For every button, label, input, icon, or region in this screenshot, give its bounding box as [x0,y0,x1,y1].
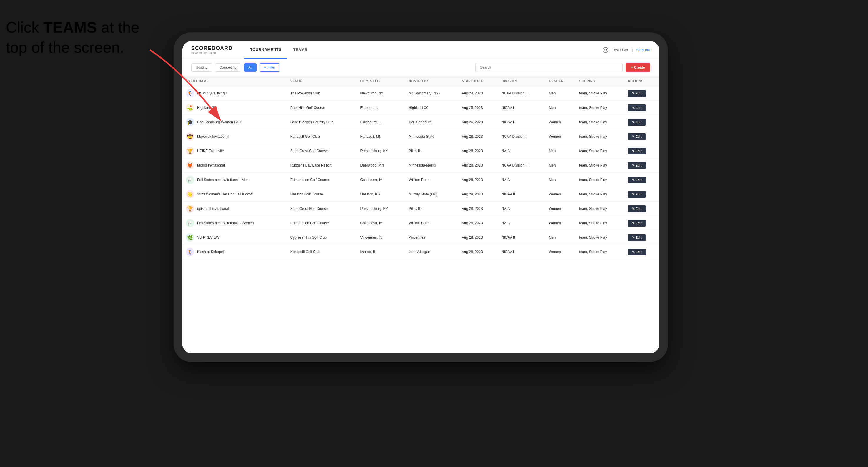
city-state-cell-7: Hesston, KS [357,187,405,201]
table-row: 🏳️ Fall Statesmen Invitational - Women E… [182,216,659,230]
event-name-cell-10: 🌿 VU PREVIEW [182,230,287,245]
table-row: 🏳️ Fall Statesmen Invitational - Men Edm… [182,173,659,187]
hosting-button[interactable]: Hosting [191,63,212,71]
team-icon-5: 🦊 [186,161,194,169]
col-actions: ACTIONS [624,76,659,86]
scoring-cell-6: team, Stroke Play [576,173,624,187]
start-date-cell-3: Aug 28, 2023 [458,129,498,144]
table-row: ⛳ Highland 36 Park Hills Golf Course Fre… [182,101,659,115]
city-state-cell-11: Marion, IL [357,245,405,259]
all-button[interactable]: All [244,63,256,71]
edit-button-9[interactable]: ✎ Edit [628,220,646,226]
hosted-by-cell-10: Vincennes [405,230,458,245]
hosted-by-cell-0: Mt. Saint Mary (NY) [405,86,458,101]
hosted-by-cell-9: William Penn [405,216,458,230]
tablet-frame: SCOREBOARD Powered by Clippit TOURNAMENT… [174,32,668,362]
actions-cell-5: ✎ Edit [624,158,659,173]
hosted-by-cell-11: John A Logan [405,245,458,259]
table-row: 🌟 2023 Women's Hesston Fall Kickoff Hess… [182,187,659,201]
scoring-cell-3: team, Stroke Play [576,129,624,144]
city-state-cell-1: Freeport, IL [357,101,405,115]
event-name-cell-1: ⛳ Highland 36 [182,101,287,115]
hosted-by-cell-5: Minnesota-Morris [405,158,458,173]
nav-right: ⚙ Test User | Sign out [602,47,650,53]
city-state-cell-9: Oskaloosa, IA [357,216,405,230]
gender-cell-7: Women [545,187,576,201]
team-icon-8: 🏆 [186,205,194,213]
start-date-cell-6: Aug 28, 2023 [458,173,498,187]
division-cell-5: NCAA Division III [498,158,545,173]
filter-button[interactable]: ≡ Filter [259,63,280,71]
venue-cell-3: Faribault Golf Club [287,129,357,144]
edit-button-1[interactable]: ✎ Edit [628,104,646,111]
col-venue: VENUE [287,76,357,86]
start-date-cell-11: Aug 28, 2023 [458,245,498,259]
instruction-text: Click TEAMS at thetop of the screen. [6,18,140,57]
main-content: Hosting Competing All ≡ Filter + Create [182,59,659,353]
division-cell-0: NCAA Division III [498,86,545,101]
event-name-4: UPIKE Fall Invite [197,149,224,153]
competing-button[interactable]: Competing [215,63,241,71]
hosted-by-cell-2: Carl Sandburg [405,115,458,129]
venue-cell-10: Cypress Hills Golf Club [287,230,357,245]
actions-cell-11: ✎ Edit [624,245,659,259]
start-date-cell-9: Aug 28, 2023 [458,216,498,230]
event-name-cell-4: 🏆 UPIKE Fall Invite [182,144,287,158]
start-date-cell-1: Aug 25, 2023 [458,101,498,115]
start-date-cell-4: Aug 28, 2023 [458,144,498,158]
col-scoring: SCORING [576,76,624,86]
city-state-cell-0: Newburgh, NY [357,86,405,101]
event-name-7: 2023 Women's Hesston Fall Kickoff [197,192,253,196]
edit-button-4[interactable]: ✎ Edit [628,148,646,155]
start-date-cell-10: Aug 28, 2023 [458,230,498,245]
edit-button-7[interactable]: ✎ Edit [628,191,646,198]
city-state-cell-3: Faribault, MN [357,129,405,144]
venue-cell-0: The Powelton Club [287,86,357,101]
col-city-state: CITY, STATE [357,76,405,86]
hosted-by-cell-1: Highland CC [405,101,458,115]
edit-button-2[interactable]: ✎ Edit [628,119,646,126]
edit-button-10[interactable]: ✎ Edit [628,234,646,241]
gender-cell-5: Men [545,158,576,173]
actions-cell-1: ✎ Edit [624,101,659,115]
start-date-cell-2: Aug 26, 2023 [458,115,498,129]
edit-button-11[interactable]: ✎ Edit [628,249,646,255]
hosted-by-cell-8: Pikeville [405,201,458,216]
edit-button-3[interactable]: ✎ Edit [628,133,646,140]
gender-cell-6: Men [545,173,576,187]
tab-teams[interactable]: TEAMS [287,41,313,59]
venue-cell-9: Edmundson Golf Course [287,216,357,230]
event-name-cell-6: 🏳️ Fall Statesmen Invitational - Men [182,173,287,187]
division-cell-4: NAIA [498,144,545,158]
nav-links: TOURNAMENTS TEAMS [244,41,602,59]
gear-icon[interactable]: ⚙ [602,47,609,53]
logo-sub: Powered by Clippit [191,52,232,55]
team-icon-7: 🌟 [186,190,194,198]
event-name-3: Maverick Invitational [197,134,229,138]
col-gender: GENDER [545,76,576,86]
signout-link[interactable]: Sign out [636,48,650,52]
table-row: 🤠 Maverick Invitational Faribault Golf C… [182,129,659,144]
filter-icon: ≡ [264,65,266,69]
hosted-by-cell-3: Minnesota State [405,129,458,144]
edit-button-8[interactable]: ✎ Edit [628,206,646,212]
toolbar: Hosting Competing All ≡ Filter + Create [182,59,659,76]
division-cell-6: NAIA [498,173,545,187]
table-row: 🏆 upike fall invitational StoneCrest Gol… [182,201,659,216]
scoring-cell-8: team, Stroke Play [576,201,624,216]
event-name-cell-9: 🏳️ Fall Statesmen Invitational - Women [182,216,287,230]
table-row: 🎓 Carl Sandburg Women FA23 Lake Bracken … [182,115,659,129]
edit-button-0[interactable]: ✎ Edit [628,90,646,97]
create-button[interactable]: + Create [625,63,650,71]
division-cell-9: NAIA [498,216,545,230]
team-icon-11: 🏌️ [186,248,194,256]
gender-cell-4: Men [545,144,576,158]
edit-button-6[interactable]: ✎ Edit [628,177,646,183]
venue-cell-7: Hesston Golf Course [287,187,357,201]
actions-cell-8: ✎ Edit [624,201,659,216]
division-cell-2: NICAA I [498,115,545,129]
edit-button-5[interactable]: ✎ Edit [628,162,646,169]
tab-tournaments[interactable]: TOURNAMENTS [244,41,287,59]
team-icon-1: ⛳ [186,103,194,112]
search-input[interactable] [475,63,623,72]
